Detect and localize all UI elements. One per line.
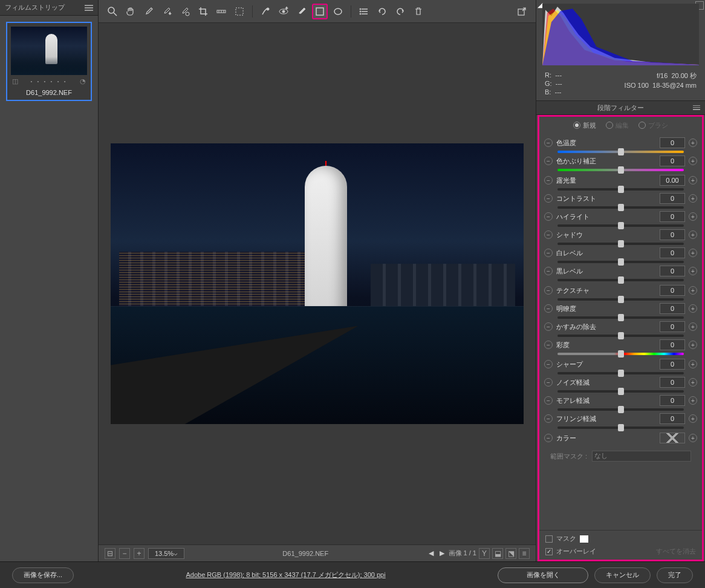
slider-value-input[interactable]	[660, 211, 685, 222]
image-info-link[interactable]: Adobe RGB (1998); 8 bit; 5156 x 3437 (17…	[81, 570, 490, 580]
slider-thumb[interactable]	[618, 296, 624, 303]
redeye-icon[interactable]: +	[276, 4, 291, 19]
range-mask-select[interactable]: なし	[592, 451, 691, 462]
slider-plus-icon[interactable]: +	[689, 286, 697, 295]
slider-minus-icon[interactable]: −	[544, 157, 553, 165]
filmstrip-menu-icon[interactable]	[85, 5, 93, 11]
slider-thumb[interactable]	[618, 406, 624, 413]
slider-plus-icon[interactable]: +	[689, 414, 697, 423]
slider-thumb[interactable]	[618, 276, 624, 284]
slider-minus-icon[interactable]: −	[544, 396, 553, 405]
zoom-out-icon[interactable]: −	[119, 548, 130, 559]
transform-icon[interactable]	[232, 4, 247, 19]
slider-track[interactable]	[557, 279, 684, 281]
slider-value-input[interactable]	[660, 193, 685, 204]
slider-track[interactable]	[557, 261, 684, 263]
open-external-icon[interactable]	[514, 4, 530, 19]
zoom-icon[interactable]	[105, 4, 120, 19]
eyedropper-target-icon[interactable]	[177, 4, 193, 19]
slider-plus-icon[interactable]: +	[689, 212, 697, 221]
slider-track[interactable]	[557, 169, 684, 171]
slider-thumb[interactable]	[618, 240, 624, 247]
slider-track[interactable]	[557, 151, 684, 153]
slider-plus-icon[interactable]: +	[689, 230, 697, 239]
slider-value-input[interactable]	[660, 339, 685, 350]
slider-minus-icon[interactable]: −	[544, 414, 553, 423]
slider-value-input[interactable]	[660, 303, 685, 314]
straighten-icon[interactable]	[213, 4, 229, 19]
panel-menu-icon[interactable]	[693, 105, 700, 110]
slider-thumb[interactable]	[618, 424, 624, 431]
slider-minus-icon[interactable]: −	[544, 304, 553, 313]
slider-value-input[interactable]	[660, 359, 685, 370]
slider-minus-icon[interactable]: −	[544, 249, 553, 257]
slider-thumb[interactable]	[618, 222, 624, 229]
slider-track[interactable]	[557, 372, 684, 374]
slider-plus-icon[interactable]: +	[689, 176, 697, 185]
filmstrip-thumb[interactable]: ◫ • • • • • • ◔ D61_9992.NEF	[6, 22, 92, 101]
rotate-ccw-icon[interactable]	[374, 4, 390, 19]
graduated-filter-icon[interactable]	[312, 4, 328, 19]
slider-track[interactable]	[557, 206, 684, 209]
slider-minus-icon[interactable]: −	[544, 176, 553, 185]
list-icon[interactable]	[356, 4, 372, 19]
slider-plus-icon[interactable]: +	[689, 341, 697, 349]
radial-filter-icon[interactable]	[330, 4, 346, 19]
slider-plus-icon[interactable]: +	[689, 249, 697, 257]
slider-track[interactable]	[557, 426, 684, 429]
slider-minus-icon[interactable]: −	[544, 194, 553, 203]
slider-track[interactable]	[557, 224, 684, 227]
slider-thumb[interactable]	[618, 148, 624, 155]
slider-thumb[interactable]	[618, 332, 624, 339]
hand-icon[interactable]	[123, 4, 138, 19]
slider-value-input[interactable]	[660, 155, 685, 166]
compare-split-icon[interactable]: ⬓	[492, 548, 503, 559]
slider-track[interactable]	[557, 243, 684, 245]
slider-thumb[interactable]	[618, 370, 624, 377]
slider-minus-icon[interactable]: −	[544, 139, 553, 147]
zoom-in-icon[interactable]: +	[134, 548, 145, 559]
presets-icon[interactable]: ≡	[519, 548, 530, 559]
slider-value-input[interactable]	[660, 266, 685, 276]
slider-track[interactable]	[557, 298, 684, 301]
done-button[interactable]: 完了	[657, 567, 693, 583]
slider-plus-icon[interactable]: +	[689, 304, 697, 313]
slider-thumb[interactable]	[618, 350, 624, 358]
mask-checkbox[interactable]	[545, 535, 553, 543]
compare-y-icon[interactable]: Y	[479, 548, 490, 559]
color-plus-icon[interactable]: +	[689, 434, 697, 442]
slider-track[interactable]	[557, 188, 684, 191]
slider-minus-icon[interactable]: −	[544, 286, 553, 295]
slider-value-input[interactable]	[660, 285, 685, 296]
slider-plus-icon[interactable]: +	[689, 267, 697, 275]
slider-minus-icon[interactable]: −	[544, 341, 553, 349]
slider-track[interactable]	[557, 316, 684, 319]
slider-thumb[interactable]	[618, 204, 624, 211]
color-swatch[interactable]	[660, 433, 685, 443]
spot-heal-icon[interactable]	[258, 4, 273, 19]
cancel-button[interactable]: キャンセル	[594, 567, 651, 583]
slider-value-input[interactable]	[660, 229, 685, 240]
grid-toggle-icon[interactable]: ⊟	[105, 548, 115, 559]
slider-thumb[interactable]	[618, 166, 624, 174]
slider-minus-icon[interactable]: −	[544, 267, 553, 275]
next-image-icon[interactable]: ▶	[438, 549, 446, 558]
slider-value-input[interactable]	[660, 137, 685, 148]
slider-minus-icon[interactable]: −	[544, 378, 553, 387]
slider-value-input[interactable]	[660, 395, 685, 406]
slider-plus-icon[interactable]: +	[689, 139, 697, 147]
eyedropper-plus-icon[interactable]: +	[159, 4, 175, 19]
compare-swap-icon[interactable]: ⬔	[505, 548, 516, 559]
crop-icon[interactable]	[195, 4, 211, 19]
rotate-cw-icon[interactable]	[392, 4, 408, 19]
slider-thumb[interactable]	[618, 314, 624, 321]
slider-value-input[interactable]	[660, 247, 685, 258]
eyedropper-white-icon[interactable]	[141, 4, 157, 19]
slider-plus-icon[interactable]: +	[689, 396, 697, 405]
slider-track[interactable]	[557, 390, 684, 393]
slider-thumb[interactable]	[618, 388, 624, 395]
slider-minus-icon[interactable]: −	[544, 230, 553, 239]
slider-value-input[interactable]	[660, 175, 685, 186]
slider-thumb[interactable]	[618, 186, 624, 193]
brush-icon[interactable]	[294, 4, 310, 19]
